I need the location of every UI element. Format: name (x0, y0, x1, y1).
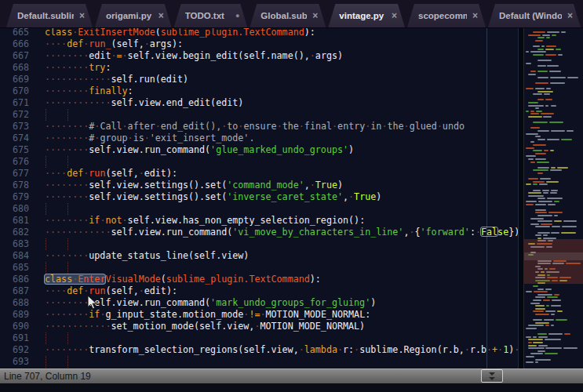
line-number: 676 (0, 156, 29, 168)
line-number: 689 (0, 309, 29, 321)
find-result-outline (480, 227, 498, 237)
line-number: 684 (0, 250, 29, 262)
mouse-cursor-icon (87, 295, 98, 310)
window-bottom-edge (0, 383, 583, 392)
line-number: 672 (0, 109, 29, 121)
line-number: 679 (0, 191, 29, 203)
code-line: 676 (0, 156, 518, 168)
line-number: 668 (0, 62, 29, 74)
line-number: 674 (0, 132, 29, 144)
caret-position-label: Line 707, Column 19 (4, 371, 91, 382)
line-number: 680 (0, 203, 29, 215)
close-icon[interactable]: × (567, 11, 573, 20)
code-line: 689········if·g_input_state.motion_mode·… (0, 309, 518, 321)
code-line: 672 (0, 109, 518, 121)
line-number: 667 (0, 50, 29, 62)
code-line: 687····def·run(self,·edit): (0, 285, 518, 297)
vertical-scrollbar[interactable] (518, 28, 524, 368)
line-number: 688 (0, 297, 29, 309)
code-line: 692········transform_selection_regions(s… (0, 344, 518, 356)
code-line: 668········try: (0, 62, 518, 74)
tab-label: origami.py (106, 11, 153, 20)
code-line: 681········if·not·self.view.has_non_empt… (0, 215, 518, 227)
code-line: 688········self.view.run_command('mark_u… (0, 297, 518, 309)
code-line: 682············self.view.run_command('vi… (0, 227, 518, 238)
close-icon[interactable]: × (392, 11, 397, 20)
code-line: 673········#·Call·after·end_edit(),·to·e… (0, 121, 518, 132)
down-arrow-icon (489, 372, 495, 376)
close-icon[interactable]: × (312, 11, 318, 20)
line-number: 692 (0, 344, 29, 356)
line-number: 673 (0, 121, 29, 132)
line-number: 665 (0, 28, 29, 38)
code-line: 679········self.view.settings().set('inv… (0, 191, 518, 203)
code-line: 674········#·group·is·'exit_insert_mode'… (0, 132, 518, 144)
code-line: 667········edit·=·self.view.begin_edit(s… (0, 50, 518, 62)
line-number: 685 (0, 262, 29, 274)
code-line: 680 (0, 203, 518, 215)
code-line: 678········self.view.settings().set('com… (0, 180, 518, 191)
tab-todo-txt[interactable]: TODO.txt● (174, 4, 248, 27)
line-number: 677 (0, 168, 29, 180)
line-number: 670 (0, 85, 29, 97)
code-line: 691 (0, 332, 518, 344)
tab-bar: Default.sublim×origami.py×TODO.txt●Globa… (0, 0, 583, 28)
tab-label: Default (Windo (499, 11, 562, 20)
code-line: 693 (0, 356, 518, 368)
close-icon[interactable]: × (159, 11, 164, 20)
minimap[interactable] (524, 28, 583, 368)
close-icon[interactable]: × (472, 11, 478, 20)
line-number: 687 (0, 285, 29, 297)
code-line: 685 (0, 262, 518, 274)
line-number: 675 (0, 144, 29, 156)
dirty-dot-icon: ● (235, 13, 239, 20)
tab-label: vintage.py (339, 11, 386, 20)
line-number: 681 (0, 215, 29, 227)
code-editor[interactable]: 665class·ExitInsertMode(sublime_plugin.T… (0, 28, 518, 368)
code-line: 669············self.run(edit) (0, 74, 518, 85)
line-number: 686 (0, 274, 29, 285)
tab-label: Global.sublime (261, 11, 307, 20)
line-number: 682 (0, 227, 29, 238)
tab-vintage-py[interactable]: vintage.py× (328, 4, 405, 27)
scroll-stepper-button[interactable] (481, 369, 503, 383)
sublime-window: Default.sublim×origami.py×TODO.txt●Globa… (0, 0, 583, 392)
tab-scopecommand[interactable]: scopecommand× (407, 4, 486, 27)
line-number: 678 (0, 180, 29, 191)
code-line: 684········update_status_line(self.view) (0, 250, 518, 262)
code-line: 690············set_motion_mode(self.view… (0, 321, 518, 332)
minimap-viewport[interactable] (524, 239, 583, 284)
line-number: 683 (0, 238, 29, 250)
tab-default-windo[interactable]: Default (Windo× (488, 4, 581, 27)
code-line: 671············self.view.end_edit(edit) (0, 97, 518, 109)
down-arrow-icon (489, 377, 495, 380)
code-line: 686class·EnterVisualMode(sublime_plugin.… (0, 274, 518, 285)
line-number: 691 (0, 332, 29, 344)
line-number: 669 (0, 74, 29, 85)
code-line: 675········self.view.run_command('glue_m… (0, 144, 518, 156)
tab-origami-py[interactable]: origami.py× (95, 4, 172, 27)
code-line: 683 (0, 238, 518, 250)
tab-label: TODO.txt (185, 11, 230, 20)
close-icon[interactable]: × (79, 11, 85, 20)
code-line: 666····def·run_(self,·args): (0, 38, 518, 50)
tab-global-sublime[interactable]: Global.sublime× (250, 4, 326, 27)
line-number: 693 (0, 356, 29, 368)
code-line: 670········finally: (0, 85, 518, 97)
line-number: 671 (0, 97, 29, 109)
tab-label: scopecommand (418, 11, 467, 20)
tab-label: Default.sublim (17, 11, 74, 20)
code-line: 665class·ExitInsertMode(sublime_plugin.T… (0, 28, 518, 38)
line-number: 666 (0, 38, 29, 50)
tab-default-sublim[interactable]: Default.sublim× (6, 4, 93, 27)
line-number: 690 (0, 321, 29, 332)
code-line: 677····def·run(self,·edit): (0, 168, 518, 180)
